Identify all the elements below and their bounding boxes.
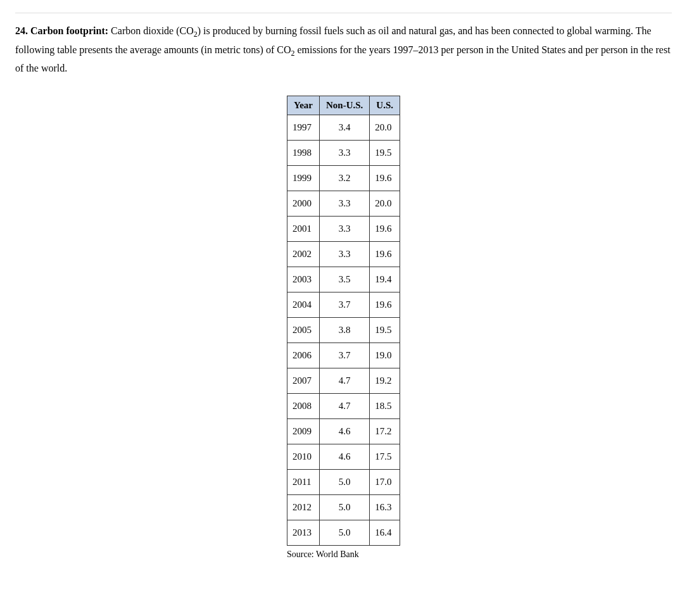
cell-year: 2005 [287,318,319,343]
cell-nonus: 5.0 [319,495,369,520]
cell-year: 2009 [287,419,319,444]
cell-nonus: 3.4 [319,115,369,141]
cell-us: 17.0 [370,470,400,495]
table-row: 20074.719.2 [287,368,400,394]
table-row: 20033.519.4 [287,267,400,292]
cell-year: 2007 [287,368,319,394]
cell-year: 2006 [287,343,319,368]
problem-number: 24. [15,25,28,36]
cell-nonus: 3.7 [319,292,369,318]
cell-nonus: 4.7 [319,368,369,394]
cell-year: 2013 [287,520,319,546]
table-wrapper: Year Non-U.S. U.S. 19973.420.019983.319.… [15,96,672,560]
cell-us: 17.2 [370,419,400,444]
problem-statement: 24. Carbon footprint: Carbon dioxide (CO… [15,22,672,77]
table-row: 20115.017.0 [287,470,400,495]
table-row: 20104.617.5 [287,444,400,470]
cell-year: 2004 [287,292,319,318]
table-row: 19993.219.6 [287,166,400,191]
cell-year: 2012 [287,495,319,520]
cell-year: 2010 [287,444,319,470]
cell-year: 2011 [287,470,319,495]
cell-nonus: 3.8 [319,318,369,343]
cell-us: 19.5 [370,141,400,166]
table-row: 20023.319.6 [287,242,400,267]
cell-nonus: 3.3 [319,191,369,217]
table-row: 19973.420.0 [287,115,400,141]
cell-year: 2000 [287,191,319,217]
table-row: 20003.320.0 [287,191,400,217]
cell-nonus: 3.5 [319,267,369,292]
table-header-row: Year Non-U.S. U.S. [287,96,400,115]
top-divider [15,13,672,13]
table-row: 20013.319.6 [287,217,400,242]
cell-nonus: 3.3 [319,242,369,267]
table-source: Source: World Bank [287,550,400,560]
cell-year: 2003 [287,267,319,292]
table-row: 20084.718.5 [287,394,400,419]
cell-nonus: 4.6 [319,419,369,444]
table-row: 19983.319.5 [287,141,400,166]
cell-us: 20.0 [370,191,400,217]
table-container: Year Non-U.S. U.S. 19973.420.019983.319.… [287,96,400,560]
cell-year: 2001 [287,217,319,242]
cell-nonus: 4.7 [319,394,369,419]
cell-us: 17.5 [370,444,400,470]
cell-us: 19.6 [370,242,400,267]
cell-nonus: 3.3 [319,217,369,242]
problem-text-1: Carbon dioxide (CO [108,25,194,36]
cell-nonus: 3.3 [319,141,369,166]
cell-year: 2008 [287,394,319,419]
cell-us: 16.3 [370,495,400,520]
cell-nonus: 3.7 [319,343,369,368]
cell-nonus: 4.6 [319,444,369,470]
cell-us: 19.6 [370,217,400,242]
table-row: 20135.016.4 [287,520,400,546]
table-row: 20053.819.5 [287,318,400,343]
header-year: Year [287,96,319,115]
problem-title: Carbon footprint: [30,25,108,36]
cell-year: 1998 [287,141,319,166]
cell-year: 1999 [287,166,319,191]
emissions-table: Year Non-U.S. U.S. 19973.420.019983.319.… [287,96,400,546]
header-us: U.S. [370,96,400,115]
table-row: 20094.617.2 [287,419,400,444]
header-nonus: Non-U.S. [319,96,369,115]
cell-us: 19.0 [370,343,400,368]
cell-us: 19.4 [370,267,400,292]
table-row: 20125.016.3 [287,495,400,520]
cell-nonus: 3.2 [319,166,369,191]
cell-us: 19.6 [370,292,400,318]
table-body: 19973.420.019983.319.519993.219.620003.3… [287,115,400,546]
cell-us: 18.5 [370,394,400,419]
cell-us: 16.4 [370,520,400,546]
cell-us: 19.5 [370,318,400,343]
cell-year: 1997 [287,115,319,141]
table-row: 20063.719.0 [287,343,400,368]
table-row: 20043.719.6 [287,292,400,318]
cell-nonus: 5.0 [319,520,369,546]
cell-nonus: 5.0 [319,470,369,495]
cell-year: 2002 [287,242,319,267]
cell-us: 20.0 [370,115,400,141]
cell-us: 19.6 [370,166,400,191]
cell-us: 19.2 [370,368,400,394]
